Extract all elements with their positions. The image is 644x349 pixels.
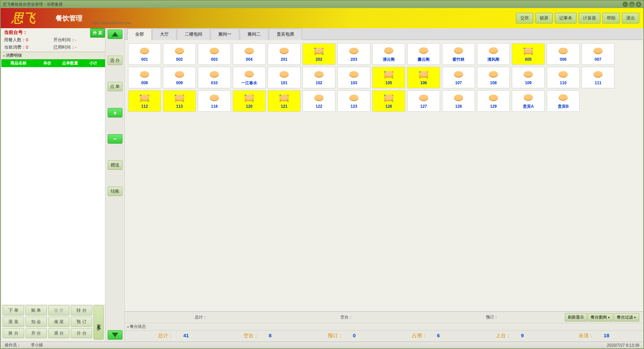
table-icon bbox=[382, 93, 395, 103]
tab-1[interactable]: 大厅 bbox=[152, 29, 176, 40]
header-button-3[interactable]: 计算器 bbox=[579, 13, 600, 23]
action-button[interactable]: 催 菜 bbox=[48, 317, 70, 327]
action-button[interactable]: 换 台 bbox=[3, 328, 24, 338]
action-button[interactable]: 账 单 bbox=[25, 305, 47, 315]
table-card[interactable]: 耋云阁 bbox=[407, 43, 440, 65]
tab-5[interactable]: 贵宾包房 bbox=[269, 29, 302, 40]
table-card[interactable]: 107 bbox=[442, 67, 475, 88]
table-card[interactable]: 一江春水 bbox=[233, 67, 266, 88]
refresh-button[interactable]: 刷新显示 bbox=[565, 313, 587, 321]
table-card[interactable]: 102 bbox=[303, 67, 335, 88]
select-table-button[interactable]: 选 台 bbox=[108, 56, 122, 65]
svg-point-113 bbox=[489, 95, 498, 100]
svg-point-1 bbox=[140, 48, 149, 53]
table-card[interactable]: 002 bbox=[163, 43, 196, 65]
action-button[interactable]: 退 台 bbox=[48, 328, 70, 338]
table-card[interactable]: 113 bbox=[163, 90, 196, 112]
table-card[interactable]: 202 bbox=[303, 43, 335, 65]
tab-4[interactable]: 雅间二 bbox=[240, 29, 268, 40]
table-card[interactable]: 122 bbox=[303, 90, 335, 112]
svg-point-63 bbox=[454, 71, 463, 77]
takeout-button[interactable]: 外 卖 bbox=[90, 28, 105, 38]
svg-point-67 bbox=[524, 71, 533, 77]
table-card[interactable]: 126 bbox=[372, 90, 405, 112]
table-card[interactable]: 003 bbox=[198, 43, 231, 65]
table-card[interactable]: 清风阁 bbox=[477, 43, 510, 65]
action-button[interactable]: 退 菜 bbox=[3, 317, 24, 327]
add-button[interactable]: ＋ bbox=[108, 108, 122, 117]
order-button[interactable]: 点 单 bbox=[108, 82, 122, 91]
remove-button[interactable]: − bbox=[108, 134, 122, 144]
scroll-down-button[interactable] bbox=[108, 330, 122, 340]
datetime: 2020/7/27 9:13:39 bbox=[607, 343, 639, 348]
table-label: 127 bbox=[420, 104, 427, 109]
table-card[interactable]: 贵宾B bbox=[547, 90, 580, 112]
action-button[interactable]: 转 台 bbox=[71, 305, 92, 315]
action-button[interactable]: 分 台 bbox=[71, 328, 92, 338]
table-label: 003 bbox=[211, 57, 218, 62]
table-label: 103 bbox=[351, 81, 357, 85]
table-card[interactable]: 009 bbox=[163, 67, 196, 88]
gift-button[interactable]: 赠送 bbox=[108, 160, 122, 170]
table-card[interactable]: 103 bbox=[337, 67, 370, 88]
table-card[interactable]: 203 bbox=[337, 43, 370, 65]
table-icon bbox=[417, 46, 430, 56]
table-card[interactable]: 109 bbox=[512, 67, 545, 88]
stat-item: 上台：9 bbox=[468, 333, 552, 339]
header-button-4[interactable]: 帮助 bbox=[602, 13, 620, 23]
more-button[interactable]: 更多 bbox=[94, 305, 104, 340]
table-card[interactable]: 120 bbox=[233, 90, 266, 112]
table-label: 202 bbox=[316, 57, 322, 62]
header-button-0[interactable]: 交班 bbox=[516, 13, 533, 23]
checkout-button[interactable]: 结账 bbox=[108, 187, 122, 196]
action-button[interactable]: 并 台 bbox=[25, 328, 47, 338]
table-label: 清风阁 bbox=[487, 57, 499, 62]
table-card[interactable]: 111 bbox=[582, 67, 614, 88]
header-button-5[interactable]: 退出 bbox=[622, 13, 639, 23]
svg-point-111 bbox=[454, 95, 463, 100]
header-button-1[interactable]: 锁屏 bbox=[535, 13, 553, 23]
header-button-2[interactable]: 记事本 bbox=[555, 13, 577, 23]
action-button[interactable]: 改 价 bbox=[48, 305, 70, 315]
table-card[interactable]: 128 bbox=[442, 90, 475, 112]
action-button[interactable]: 预 订 bbox=[71, 317, 92, 327]
table-card[interactable]: 紫竹林 bbox=[442, 43, 475, 65]
table-card[interactable]: 118 bbox=[198, 90, 231, 112]
close-button[interactable]: × bbox=[636, 2, 641, 7]
table-card[interactable]: 010 bbox=[198, 67, 231, 88]
minimize-button[interactable]: − bbox=[623, 2, 628, 7]
table-card[interactable]: 001 bbox=[128, 43, 161, 65]
legend-button[interactable]: 餐台图例▼ bbox=[588, 313, 613, 321]
action-button[interactable]: 知 会 bbox=[25, 317, 47, 327]
table-card[interactable]: 007 bbox=[582, 43, 614, 65]
statusbar: 操作员： 李小丽 2020/7/27 9:13:39 bbox=[1, 342, 643, 348]
consume-list[interactable] bbox=[1, 67, 105, 304]
tab-2[interactable]: 二楼包间 bbox=[177, 29, 210, 40]
tab-0[interactable]: 全部 bbox=[127, 29, 152, 40]
maximize-button[interactable]: ◻ bbox=[629, 2, 635, 7]
table-card[interactable]: 201 bbox=[268, 43, 301, 65]
table-card[interactable]: 108 bbox=[477, 67, 510, 88]
table-card[interactable]: 105 bbox=[372, 67, 405, 88]
table-card[interactable]: 110 bbox=[547, 67, 580, 88]
table-card[interactable]: 005 bbox=[512, 43, 545, 65]
table-card[interactable]: 129 bbox=[477, 90, 510, 112]
table-card[interactable]: 106 bbox=[407, 67, 440, 88]
table-card[interactable]: 008 bbox=[128, 67, 161, 88]
scroll-up-button[interactable] bbox=[108, 30, 122, 39]
svg-point-43 bbox=[245, 71, 254, 76]
table-icon bbox=[417, 93, 430, 103]
table-card[interactable]: 101 bbox=[268, 67, 301, 88]
table-card[interactable]: 121 bbox=[268, 90, 301, 112]
filter-button[interactable]: 餐台过滤▼ bbox=[614, 313, 639, 321]
table-card[interactable]: 004 bbox=[233, 43, 266, 65]
tab-3[interactable]: 雅间一 bbox=[211, 29, 239, 40]
table-card[interactable]: 贵宾A bbox=[512, 90, 545, 112]
table-card[interactable]: 123 bbox=[337, 90, 370, 112]
table-card[interactable]: 112 bbox=[128, 90, 161, 112]
table-card[interactable]: 127 bbox=[407, 90, 440, 112]
spend-info: 当前消费：0 bbox=[4, 44, 53, 50]
action-button[interactable]: 下 单 bbox=[3, 305, 24, 315]
table-card[interactable]: 006 bbox=[547, 43, 580, 65]
table-card[interactable]: 清云阁 bbox=[372, 43, 405, 65]
